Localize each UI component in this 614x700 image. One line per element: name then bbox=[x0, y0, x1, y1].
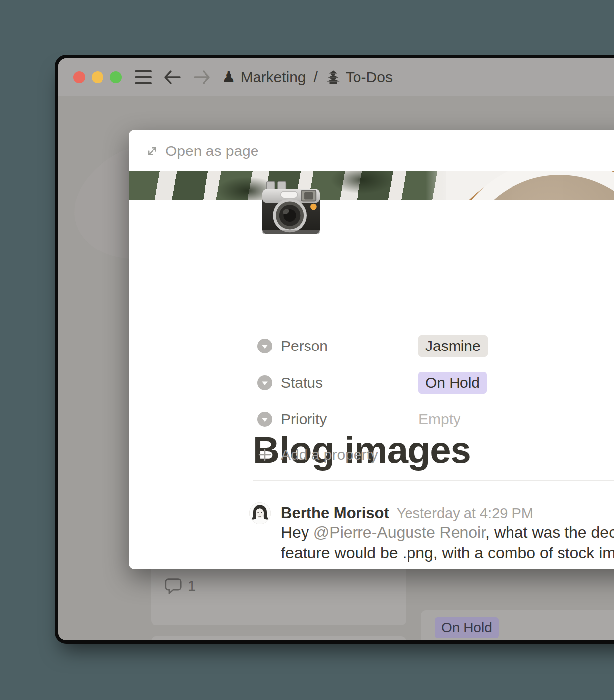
property-row-priority[interactable]: Priority Empty bbox=[253, 401, 614, 438]
open-as-page-label: Open as page bbox=[165, 143, 258, 159]
comment-text-line1: Hey @Pierre-Auguste Renoir, what was the… bbox=[281, 523, 614, 542]
woman-face-illustration bbox=[249, 502, 271, 524]
page-peek-modal: Open as page Blog images bbox=[129, 130, 614, 569]
window-titlebar: ♟ Marketing / To-Dos bbox=[58, 58, 614, 96]
property-label: Person bbox=[281, 338, 328, 354]
board-card-partnerships[interactable]: Partnerships On Hold bbox=[151, 636, 406, 640]
property-row-person[interactable]: Person Jasmine bbox=[253, 328, 614, 364]
forward-arrow-icon[interactable] bbox=[193, 69, 211, 85]
status-badge[interactable]: On Hold bbox=[418, 372, 487, 394]
comment-timestamp: Yesterday at 4:29 PM bbox=[397, 505, 533, 522]
zoom-window-button[interactable] bbox=[110, 71, 122, 83]
open-as-page-button[interactable]: Open as page bbox=[146, 143, 258, 159]
breadcrumb-page-label: To-Dos bbox=[346, 69, 393, 86]
cover-fade bbox=[426, 171, 465, 200]
card-comment-count: 1 bbox=[164, 577, 196, 594]
chevron-circle-icon bbox=[257, 412, 272, 427]
status-badge: On Hold bbox=[435, 617, 499, 638]
add-property-label: Add a property bbox=[281, 447, 378, 463]
castle-icon bbox=[326, 70, 341, 85]
sidebar-menu-icon[interactable] bbox=[135, 70, 152, 84]
comment-header: Berthe Morisot Yesterday at 4:29 PM bbox=[281, 504, 533, 522]
board-card-behind-modal[interactable]: 1 bbox=[151, 563, 406, 625]
section-divider bbox=[253, 480, 614, 481]
person-badge[interactable]: Jasmine bbox=[418, 335, 488, 357]
camera-page-icon[interactable] bbox=[255, 179, 327, 237]
property-label: Status bbox=[281, 374, 323, 391]
property-row-status[interactable]: Status On Hold bbox=[253, 364, 614, 401]
chevron-circle-icon bbox=[257, 375, 272, 390]
comment-author: Berthe Morisot bbox=[281, 504, 389, 522]
property-list: Person Jasmine Status On Hold Priority E… bbox=[253, 328, 614, 472]
expand-diagonal-icon bbox=[146, 145, 159, 158]
minimize-window-button[interactable] bbox=[92, 71, 103, 83]
pawn-icon: ♟ bbox=[222, 69, 236, 85]
avatar bbox=[249, 502, 271, 524]
priority-empty-value[interactable]: Empty bbox=[418, 411, 460, 428]
comment-count-value: 1 bbox=[188, 578, 196, 594]
user-mention[interactable]: @Pierre-Auguste Renoir bbox=[313, 523, 485, 541]
traffic-lights bbox=[73, 71, 122, 83]
property-label: Priority bbox=[281, 411, 327, 428]
breadcrumb-separator: / bbox=[314, 69, 318, 86]
comment-bubble-icon bbox=[164, 577, 182, 594]
back-arrow-icon[interactable] bbox=[163, 69, 181, 85]
board-card-right[interactable]: On Hold 2 bbox=[421, 610, 614, 640]
plus-icon bbox=[257, 448, 272, 462]
page-cover-image bbox=[129, 171, 614, 200]
close-window-button[interactable] bbox=[73, 71, 85, 83]
breadcrumb: ♟ Marketing / To-Dos bbox=[222, 69, 393, 86]
chevron-circle-icon bbox=[257, 339, 272, 353]
comment-text-line2: feature would be .png, with a combo of s… bbox=[281, 544, 614, 562]
add-property-button[interactable]: Add a property bbox=[253, 438, 614, 472]
breadcrumb-workspace-label: Marketing bbox=[241, 69, 306, 86]
breadcrumb-page[interactable]: To-Dos bbox=[326, 69, 393, 86]
breadcrumb-workspace[interactable]: ♟ Marketing bbox=[222, 69, 306, 86]
